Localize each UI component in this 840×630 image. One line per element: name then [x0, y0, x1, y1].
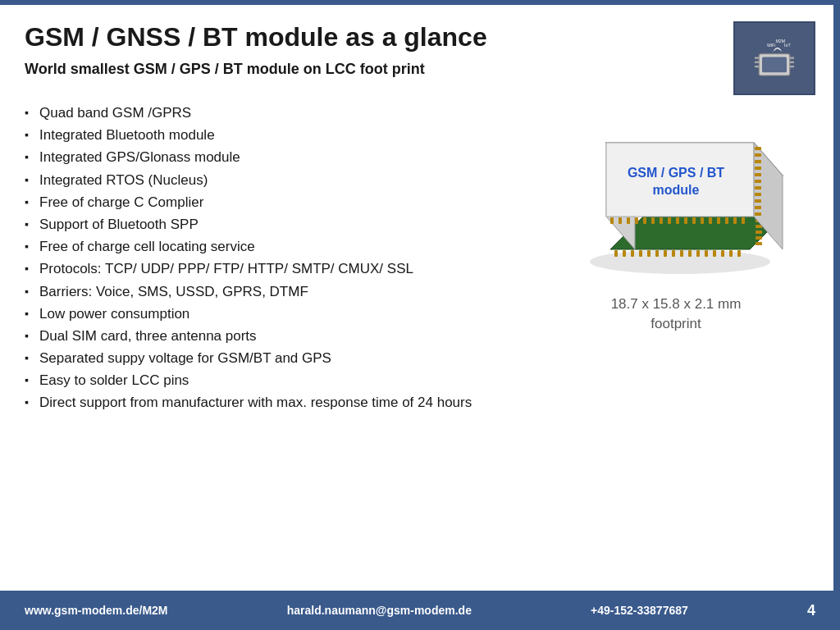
svg-rect-31 — [721, 250, 724, 257]
svg-rect-46 — [755, 199, 761, 203]
svg-rect-26 — [680, 250, 683, 257]
svg-rect-42 — [755, 173, 761, 176]
svg-rect-32 — [729, 250, 733, 257]
svg-rect-49 — [610, 217, 614, 224]
svg-text:GSM / GPS / BT: GSM / GPS / BT — [628, 166, 724, 180]
footprint-dimensions: 18.7 x 15.8 x 2.1 mm footprint — [611, 294, 742, 334]
feature-item: Integrated Bluetooth module — [25, 124, 520, 146]
feature-item: Easy to solder LCC pins — [25, 369, 520, 391]
svg-rect-53 — [643, 217, 646, 224]
svg-rect-48 — [755, 212, 761, 216]
title-area: GSM / GNSS / BT module as a glance World… — [25, 21, 717, 90]
svg-rect-52 — [635, 217, 638, 224]
svg-rect-6 — [790, 62, 794, 63]
feature-item: Barriers: Voice, SMS, USSD, GPRS, DTMF — [25, 281, 520, 303]
svg-rect-19 — [623, 250, 626, 257]
footer-email: harald.naumann@gsm-modem.de — [287, 604, 472, 617]
svg-rect-55 — [660, 217, 663, 224]
feature-item: Low power consumption — [25, 303, 520, 325]
svg-rect-38 — [755, 147, 761, 150]
svg-rect-59 — [692, 217, 696, 224]
body-row: Quad band GSM /GPRSIntegrated Bluetooth … — [25, 102, 815, 414]
svg-rect-25 — [672, 250, 675, 257]
feature-item: Integrated RTOS (Nucleus) — [25, 169, 520, 191]
footer-phone: +49-152-33877687 — [591, 604, 688, 617]
feature-item: Protocols: TCP/ UDP/ PPP/ FTP/ HTTP/ SMT… — [25, 258, 520, 280]
feature-item: Quad band GSM /GPRS — [25, 102, 520, 124]
feature-item: Dual SIM card, three antenna ports — [25, 325, 520, 347]
svg-marker-36 — [606, 143, 754, 217]
svg-rect-54 — [651, 217, 655, 224]
feature-item: Separated suppy voltage for GSM/BT and G… — [25, 347, 520, 369]
svg-rect-44 — [755, 186, 761, 189]
svg-rect-65 — [742, 217, 745, 224]
feature-item: Integrated GPS/Glonass module — [25, 146, 520, 168]
svg-rect-24 — [664, 250, 667, 257]
svg-rect-7 — [790, 66, 794, 67]
feature-item: Free of charge C Complier — [25, 191, 520, 213]
feature-item: Support of Bluetooth SPP — [25, 213, 520, 235]
svg-rect-45 — [755, 193, 761, 196]
logo-icon: WiFi M2M IoT — [750, 34, 799, 83]
svg-rect-33 — [737, 250, 741, 257]
features-list: Quad band GSM /GPRSIntegrated Bluetooth … — [25, 102, 520, 414]
svg-text:WiFi: WiFi — [767, 43, 776, 48]
footer-website: www.gsm-modem.de/M2M — [25, 604, 168, 617]
subtitle: World smallest GSM / GPS / BT module on … — [25, 61, 717, 78]
chip-container: GSM / GPS / BT module — [561, 110, 791, 282]
svg-rect-50 — [619, 217, 622, 224]
feature-item: Free of charge cell locating service — [25, 235, 520, 258]
svg-rect-28 — [696, 250, 700, 257]
svg-rect-56 — [668, 217, 671, 224]
svg-rect-27 — [688, 250, 692, 257]
footer: www.gsm-modem.de/M2M harald.naumann@gsm-… — [0, 591, 840, 630]
svg-rect-51 — [627, 217, 630, 224]
svg-text:IoT: IoT — [784, 43, 791, 48]
svg-rect-22 — [647, 250, 651, 257]
svg-rect-2 — [755, 57, 759, 59]
svg-rect-15 — [756, 231, 762, 234]
svg-rect-62 — [717, 217, 720, 224]
svg-text:module: module — [653, 183, 700, 197]
svg-rect-3 — [755, 62, 759, 63]
svg-rect-17 — [756, 242, 762, 245]
logo-box: WiFi M2M IoT — [733, 21, 815, 95]
svg-rect-61 — [709, 217, 712, 224]
svg-rect-64 — [733, 217, 737, 224]
svg-rect-58 — [684, 217, 687, 224]
svg-rect-5 — [790, 57, 794, 59]
svg-rect-43 — [755, 180, 761, 183]
svg-rect-29 — [705, 250, 708, 257]
svg-rect-1 — [762, 57, 787, 73]
svg-rect-16 — [756, 236, 762, 240]
footer-page: 4 — [807, 602, 815, 619]
svg-rect-39 — [755, 153, 761, 157]
svg-rect-21 — [639, 250, 642, 257]
svg-rect-47 — [755, 206, 761, 209]
svg-rect-20 — [631, 250, 634, 257]
svg-rect-4 — [755, 66, 759, 67]
svg-rect-40 — [755, 160, 761, 163]
svg-rect-57 — [676, 217, 679, 224]
chip-svg: GSM / GPS / BT module — [561, 110, 791, 282]
svg-rect-63 — [725, 217, 728, 224]
feature-item: Direct support from manufacturer with ma… — [25, 391, 520, 413]
right-panel: GSM / GPS / BT module 18.7 x 15.8 x 2.1 … — [536, 102, 815, 414]
header-row: GSM / GNSS / BT module as a glance World… — [25, 21, 815, 95]
page-title: GSM / GNSS / BT module as a glance — [25, 21, 717, 52]
svg-rect-18 — [614, 250, 618, 257]
svg-rect-41 — [755, 167, 761, 170]
main-content: GSM / GNSS / BT module as a glance World… — [0, 5, 840, 589]
svg-rect-60 — [701, 217, 704, 224]
svg-rect-23 — [655, 250, 659, 257]
svg-rect-30 — [713, 250, 716, 257]
